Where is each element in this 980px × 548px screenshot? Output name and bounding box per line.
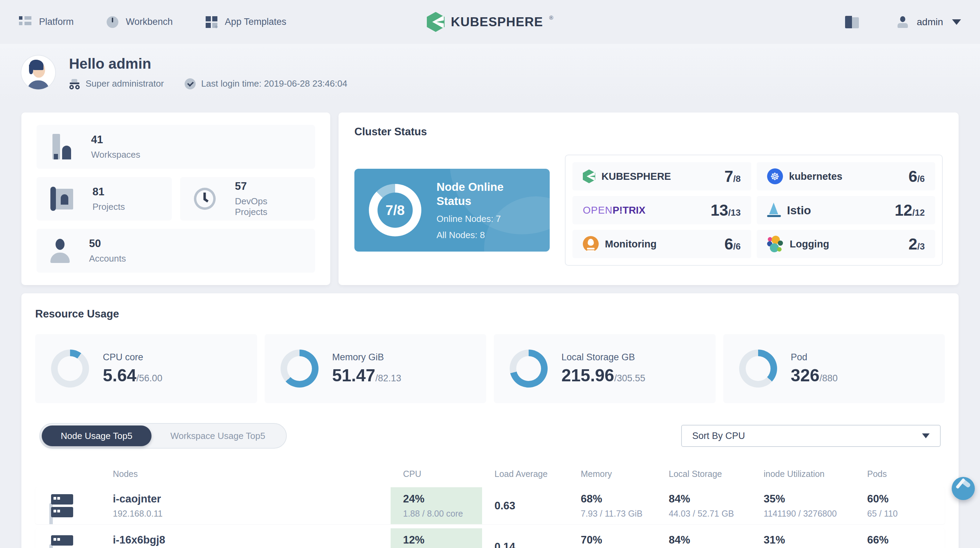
tab-workspace-usage-top5[interactable]: Workspace Usage Top5 [151, 425, 284, 446]
resource-total: /305.55 [614, 373, 645, 383]
kubesphere-icon [583, 169, 595, 183]
stat-label: Workspaces [91, 150, 140, 160]
devops-history-icon [194, 188, 216, 210]
stat-projects[interactable]: 81 Projects [37, 177, 172, 221]
load-average: 0.63 [495, 500, 515, 512]
tab-node-usage-top5[interactable]: Node Usage Top5 [42, 425, 151, 446]
overview-stats-card: 41 Workspaces 81 Projects 57 DevOps P [21, 113, 330, 285]
clock-check-icon [185, 78, 196, 89]
last-login: Last login time: 2019-06-28 23:46:04 [185, 78, 347, 89]
resource-tile-memory: Memory GiB 51.47/82.13 [265, 334, 487, 403]
memory-donut [280, 350, 318, 387]
resource-usage-title: Resource Usage [35, 308, 945, 320]
storage-percent: 84% [669, 534, 751, 546]
service-name: Logging [790, 239, 829, 250]
stat-value: 81 [92, 186, 125, 198]
stat-label: Accounts [89, 253, 126, 264]
service-count: 12 [895, 201, 912, 219]
col-header-inode: inode Utilization [751, 469, 855, 479]
resource-total: /82.13 [375, 373, 401, 383]
resource-label: Memory GiB [332, 352, 401, 363]
col-header-nodes: Nodes [104, 469, 391, 479]
node-online-ratio: 7/8 [369, 184, 421, 236]
service-total: /3 [917, 241, 925, 252]
chevron-down-icon [952, 19, 961, 25]
resource-total: /56.00 [136, 373, 162, 383]
nav-item-workbench[interactable]: Workbench [107, 16, 173, 28]
role-badge-icon [69, 78, 80, 89]
service-total: /8 [733, 174, 741, 184]
stat-value: 41 [91, 134, 140, 146]
user-menu[interactable]: admin [897, 16, 961, 28]
stat-workspaces[interactable]: 41 Workspaces [37, 125, 315, 169]
node-name: i-16x6bgj8 [113, 534, 391, 546]
col-header-storage: Local Storage [656, 469, 751, 479]
stat-accounts[interactable]: 50 Accounts [37, 229, 315, 272]
service-openpitrix: OPENP!TRIX 13/13 [573, 196, 751, 224]
kubesphere-logo[interactable]: KUBESPHERE ® [427, 12, 554, 32]
stat-label: Projects [92, 202, 125, 212]
accounts-icon [50, 239, 70, 263]
usage-tabs: Node Usage Top5 Workspace Usage Top5 [39, 423, 287, 449]
service-total: /6 [733, 241, 741, 252]
role-label: Super administrator [86, 78, 164, 89]
memory-percent: 70% [581, 534, 656, 546]
nav-item-label: Platform [39, 17, 74, 27]
cluster-status-card: Cluster Status 7/8 Node Online Status On… [339, 113, 959, 285]
sort-by-value: Sort By CPU [692, 431, 745, 441]
resource-value: 51.47 [332, 366, 375, 385]
memory-percent: 68% [581, 493, 656, 505]
cpu-cell: 24% 1.88 / 8.00 core [391, 487, 482, 524]
user-name: admin [917, 17, 943, 28]
prometheus-flame-icon [583, 236, 599, 252]
logo-wordmark: KUBESPHERE [451, 15, 543, 29]
table-row[interactable]: i-caojnter 192.168.0.11 24% 1.88 / 8.00 … [35, 487, 945, 524]
last-login-label: Last login time: 2019-06-28 23:46:04 [201, 78, 347, 89]
stat-label: DevOps Projects [235, 196, 301, 217]
resource-value: 5.64 [103, 366, 136, 385]
app-templates-icon [206, 16, 217, 28]
all-nodes-text: All Nodes: 8 [436, 230, 516, 241]
storage-detail: 44.03 / 52.71 GB [669, 509, 751, 519]
online-nodes-text: Online Nodes: 7 [436, 213, 516, 224]
toolbox-hammer-fab[interactable] [952, 477, 975, 500]
user-avatar-icon [897, 16, 908, 28]
kubesphere-hexagon-icon [427, 12, 445, 32]
col-header-cpu: CPU [391, 469, 482, 479]
avatar [21, 56, 55, 89]
node-usage-table: Nodes CPU Load Average Memory Local Stor… [35, 460, 945, 548]
nav-item-label: App Templates [225, 17, 286, 27]
inode-detail: 1141190 / 3276800 [764, 509, 855, 519]
pods-detail: 65 / 110 [867, 509, 945, 519]
nav-item-label: Workbench [126, 17, 173, 27]
cpu-detail: 1.88 / 8.00 core [403, 509, 482, 519]
resource-label: CPU core [103, 352, 162, 363]
inode-percent: 31% [764, 534, 855, 546]
docs-book-icon[interactable] [845, 16, 859, 28]
service-name: Monitoring [605, 239, 657, 250]
stat-devops-projects[interactable]: 57 DevOps Projects [180, 177, 315, 221]
registered-mark: ® [549, 15, 554, 21]
nav-item-app-templates[interactable]: App Templates [206, 16, 286, 28]
service-name: Istio [787, 204, 811, 217]
load-average: 0.14 [495, 541, 515, 548]
memory-detail: 7.93 / 11.73 GiB [581, 509, 656, 519]
col-header-load: Load Average [482, 469, 568, 479]
node-online-status-card: 7/8 Node Online Status Online Nodes: 7 A… [355, 169, 550, 252]
service-kubesphere: KUBESPHERE 7/8 [573, 162, 751, 191]
node-status-heading: Node Online Status [436, 180, 516, 209]
service-monitoring: Monitoring 6/6 [573, 230, 751, 258]
cpu-donut [51, 350, 89, 387]
service-total: /13 [728, 207, 741, 218]
chevron-down-icon [922, 433, 930, 438]
elastic-cluster-icon [767, 236, 784, 252]
sort-by-select[interactable]: Sort By CPU [681, 425, 941, 447]
cpu-cell: 12% 0.93 / 8.00 core [391, 528, 482, 548]
service-total: /6 [917, 174, 925, 184]
cluster-status-title: Cluster Status [355, 126, 943, 138]
service-total: /12 [912, 207, 925, 218]
table-header: Nodes CPU Load Average Memory Local Stor… [35, 460, 945, 487]
table-row[interactable]: i-16x6bgj8 192.168.0.14 12% 0.93 / 8.00 … [35, 528, 945, 548]
nav-item-platform[interactable]: Platform [19, 16, 74, 28]
pods-percent: 60% [867, 493, 945, 505]
